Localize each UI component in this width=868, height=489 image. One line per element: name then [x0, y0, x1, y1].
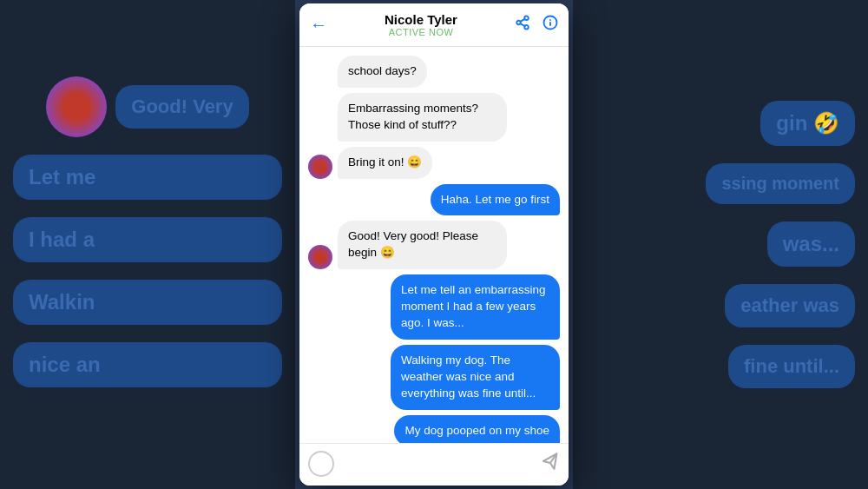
bg-bubble-4: Walkin: [13, 280, 282, 325]
contact-status: ACTIVE NOW: [334, 27, 508, 37]
contact-name: Nicole Tyler: [334, 12, 508, 27]
message-bubble: Embarrassing moments? Those kind of stuf…: [338, 93, 507, 142]
message-row: Good! Very good! Please begin 😄: [308, 221, 560, 269]
bg-right: gin 🤣 ssing moment was... eather was fin…: [573, 0, 868, 489]
message-row: Bring it on! 😄: [308, 147, 560, 179]
bg-bubble-r3: was...: [767, 221, 855, 267]
avatar: [308, 245, 332, 269]
message-bubble: Let me tell an embarrassing moment I had…: [391, 274, 560, 340]
message-input-area: [299, 443, 569, 486]
svg-line-3: [520, 23, 524, 26]
message-bubble: school days?: [338, 56, 427, 88]
message-bubble: Haha. Let me go first: [431, 184, 560, 216]
message-bubble: My dog pooped on my shoe: [394, 415, 560, 443]
message-bubble: Walking my dog. The weather was nice and…: [391, 345, 560, 410]
bg-bubble-1: Good! Very: [115, 85, 248, 129]
message-row: Walking my dog. The weather was nice and…: [308, 345, 560, 410]
avatar: [308, 155, 332, 179]
message-row: Let me tell an embarrassing moment I had…: [308, 274, 560, 340]
message-row: school days?: [308, 56, 560, 88]
message-bubble: Bring it on! 😄: [338, 147, 432, 179]
chat-header: ← Nicole Tyler ACTIVE NOW: [299, 3, 569, 47]
header-contact-info: Nicole Tyler ACTIVE NOW: [334, 12, 508, 37]
bg-bubble-r5: fine until...: [728, 345, 855, 388]
bg-bubble-3: I had a: [13, 217, 282, 262]
bg-bubble-r4: eather was: [725, 284, 855, 327]
info-icon[interactable]: [542, 15, 558, 35]
bg-bubble-5: nice an: [13, 342, 282, 387]
bg-bubble-r1: gin 🤣: [760, 101, 855, 146]
bg-bubble-2: Let me: [13, 155, 282, 200]
share-icon[interactable]: [515, 15, 530, 35]
bg-avatar-left: [46, 76, 107, 137]
message-row: Embarrassing moments? Those kind of stuf…: [308, 93, 560, 142]
header-action-icons: [515, 15, 558, 35]
send-button[interactable]: [541, 452, 562, 476]
bg-bubble-r2: ssing moment: [706, 163, 855, 204]
back-button[interactable]: ←: [310, 15, 327, 35]
bg-left: Good! Very Let me I had a Walkin nice an: [0, 0, 295, 489]
chat-messages: school days? Embarrassing moments? Those…: [299, 47, 569, 443]
message-bubble: Good! Very good! Please begin 😄: [338, 221, 507, 269]
svg-line-4: [520, 19, 524, 22]
message-row: My dog pooped on my shoe: [308, 415, 560, 443]
phone-frame: ← Nicole Tyler ACTIVE NOW: [299, 3, 569, 486]
input-circle-icon: [308, 451, 334, 477]
message-row: Haha. Let me go first: [308, 184, 560, 216]
